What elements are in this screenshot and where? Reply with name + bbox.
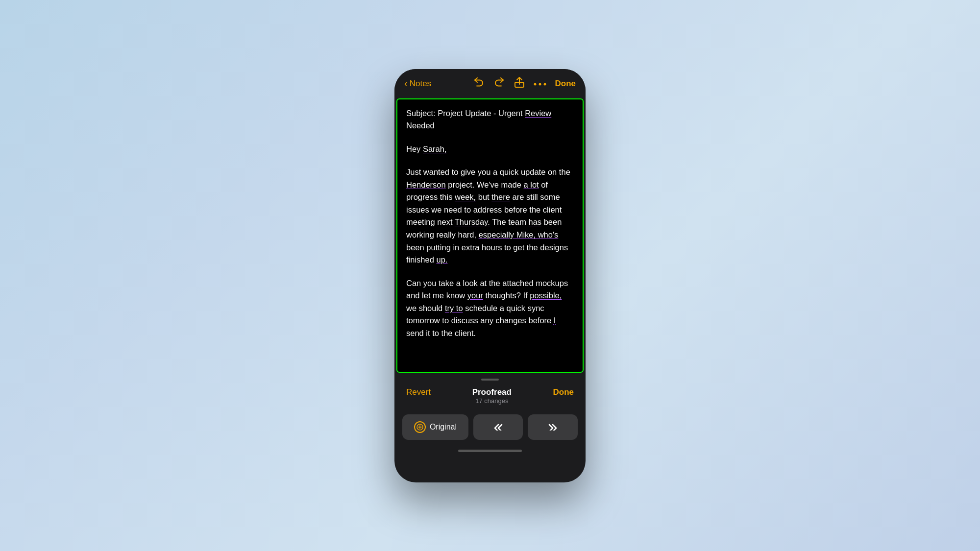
- body-paragraph-2: Can you take a look at the attached mock…: [406, 277, 574, 340]
- subject-paragraph: Subject: Project Update - Urgent Review …: [406, 107, 574, 132]
- possible-word: possible,: [530, 291, 562, 300]
- nav-icons: Done: [473, 76, 576, 91]
- more-icon[interactable]: [534, 77, 546, 90]
- has-word: has: [528, 217, 541, 226]
- next-change-button[interactable]: [528, 414, 578, 440]
- proofread-bar: Revert Proofread 17 changes Done: [394, 387, 586, 410]
- svg-point-2: [539, 83, 541, 85]
- note-text: Subject: Project Update - Urgent Review …: [406, 107, 574, 340]
- especially-phrase: especially Mike, who's: [479, 230, 559, 239]
- original-label: Original: [430, 423, 457, 431]
- henderson-word: Henderson: [406, 180, 446, 189]
- i-word: I: [554, 316, 556, 325]
- undo-icon[interactable]: [473, 76, 485, 91]
- alot-word: a lot: [523, 180, 539, 189]
- back-button[interactable]: ‹ Notes: [404, 78, 431, 89]
- week-word: week,: [455, 192, 476, 201]
- revert-button[interactable]: Revert: [406, 387, 431, 397]
- proofread-center: Proofread 17 changes: [472, 387, 512, 405]
- tryto-phrase: try to: [445, 304, 463, 312]
- phone-container: ‹ Notes: [394, 69, 586, 482]
- done-button-bottom[interactable]: Done: [553, 387, 574, 397]
- sarah-word: Sarah,: [423, 144, 447, 153]
- action-buttons: Original: [394, 410, 586, 450]
- original-icon: [414, 421, 426, 433]
- changes-count: 17 changes: [472, 397, 512, 405]
- bottom-toolbar: Revert Proofread 17 changes Done Origina…: [394, 373, 586, 452]
- chevron-left-icon: ‹: [404, 78, 408, 89]
- redo-icon[interactable]: [493, 76, 505, 91]
- nav-bar: ‹ Notes: [394, 69, 586, 98]
- thursday-word: Thursday.: [455, 217, 490, 226]
- prev-change-button[interactable]: [473, 414, 523, 440]
- greeting-paragraph: Hey Sarah,: [406, 143, 574, 156]
- body-paragraph-1: Just wanted to give you a quick update o…: [406, 166, 574, 266]
- share-icon[interactable]: [514, 76, 525, 91]
- done-button-top[interactable]: Done: [555, 79, 576, 89]
- up-word: up.: [436, 255, 447, 264]
- proofread-title: Proofread: [472, 387, 512, 397]
- note-content-area[interactable]: Subject: Project Update - Urgent Review …: [396, 98, 584, 373]
- svg-point-3: [543, 83, 546, 85]
- there-word: there: [491, 192, 510, 201]
- back-label: Notes: [410, 79, 431, 89]
- svg-point-1: [534, 83, 536, 85]
- review-word: Review: [525, 109, 551, 118]
- original-button[interactable]: Original: [402, 414, 468, 440]
- home-indicator: [458, 450, 522, 452]
- drag-handle: [481, 379, 499, 381]
- your-word: your: [467, 291, 483, 300]
